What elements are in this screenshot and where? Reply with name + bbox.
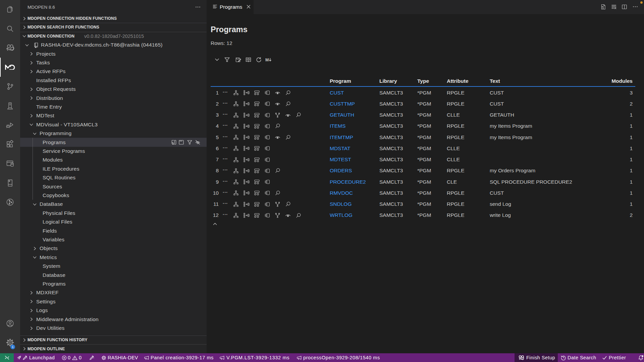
svg-text:M: M — [265, 58, 269, 62]
